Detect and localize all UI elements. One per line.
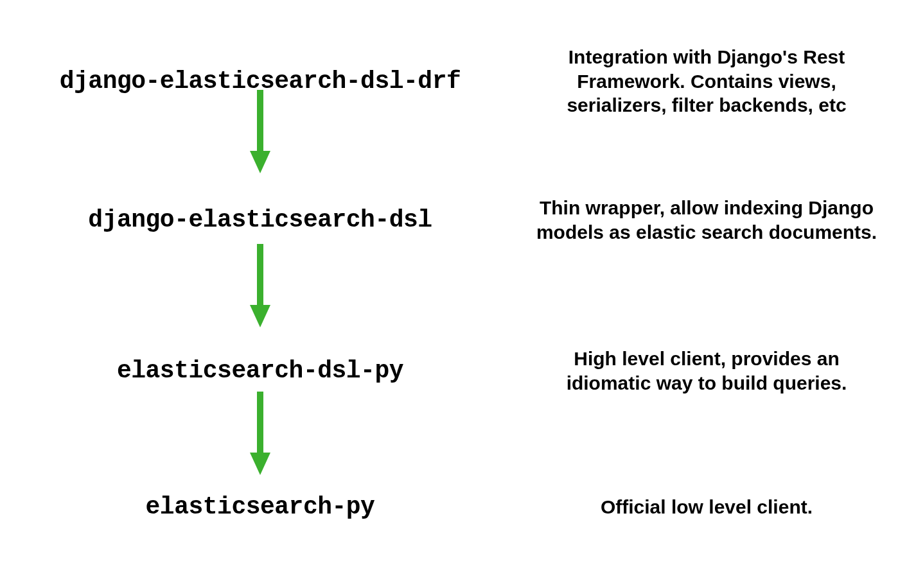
arrow-3-container	[0, 392, 520, 475]
layer-row-2: django-elasticsearch-dsl Thin wrapper, a…	[0, 196, 916, 244]
layer-row-4: elasticsearch-py Official low level clie…	[0, 493, 916, 521]
down-arrow-icon	[247, 244, 273, 327]
layer-4-name: elasticsearch-py	[0, 493, 520, 521]
arrow-1-container	[0, 90, 520, 173]
down-arrow-icon	[247, 90, 273, 173]
layer-2-description: Thin wrapper, allow indexing Django mode…	[520, 196, 893, 244]
down-arrow-icon	[247, 392, 273, 475]
layer-3-description: High level client, provides an idiomatic…	[520, 347, 893, 395]
svg-marker-5	[250, 453, 270, 475]
svg-marker-1	[250, 151, 270, 173]
layer-3-name: elasticsearch-dsl-py	[0, 357, 520, 385]
layer-4-description: Official low level client.	[520, 495, 893, 519]
arrow-2-container	[0, 244, 520, 327]
layer-row-3: elasticsearch-dsl-py High level client, …	[0, 347, 916, 395]
layer-1-description: Integration with Django's Rest Framework…	[520, 45, 893, 117]
svg-marker-3	[250, 305, 270, 327]
layer-2-name: django-elasticsearch-dsl	[0, 206, 520, 234]
